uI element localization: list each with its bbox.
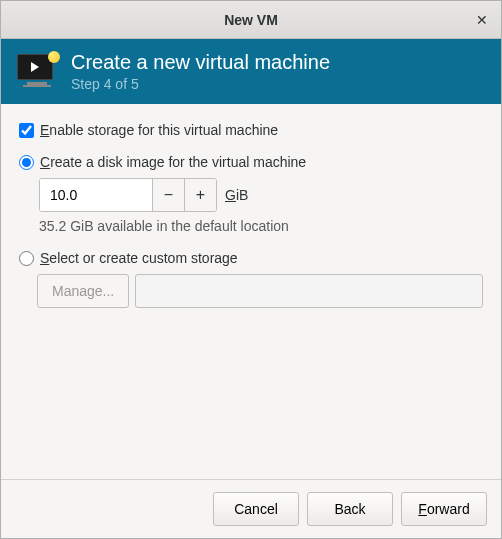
enable-storage-row: Enable storage for this virtual machine — [19, 122, 483, 138]
disk-size-unit: GiB — [225, 187, 248, 203]
header-step: Step 4 of 5 — [71, 76, 330, 92]
create-disk-row: Create a disk image for the virtual mach… — [19, 154, 483, 170]
custom-storage-row: Manage... — [37, 274, 483, 308]
window-title: New VM — [224, 12, 278, 28]
cancel-button[interactable]: Cancel — [213, 492, 299, 526]
spin-plus-button[interactable]: + — [184, 179, 216, 211]
create-disk-radio[interactable] — [19, 155, 34, 170]
select-custom-label[interactable]: Select or create custom storage — [40, 250, 238, 266]
select-custom-row: Select or create custom storage — [19, 250, 483, 266]
titlebar: New VM ✕ — [1, 1, 501, 39]
forward-button[interactable]: Forward — [401, 492, 487, 526]
vm-monitor-icon — [17, 54, 57, 90]
header-title: Create a new virtual machine — [71, 51, 330, 74]
manage-button[interactable]: Manage... — [37, 274, 129, 308]
back-button[interactable]: Back — [307, 492, 393, 526]
disk-size-row: − + GiB — [39, 178, 483, 212]
wizard-header: Create a new virtual machine Step 4 of 5 — [1, 39, 501, 104]
disk-size-input[interactable] — [40, 179, 152, 211]
enable-storage-checkbox[interactable] — [19, 123, 34, 138]
create-disk-label[interactable]: Create a disk image for the virtual mach… — [40, 154, 306, 170]
spin-minus-button[interactable]: − — [152, 179, 184, 211]
close-icon[interactable]: ✕ — [473, 11, 491, 29]
available-space-hint: 35.2 GiB available in the default locati… — [39, 218, 483, 234]
header-text: Create a new virtual machine Step 4 of 5 — [71, 51, 330, 92]
footer-buttons: Cancel Back Forward — [1, 479, 501, 538]
enable-storage-label[interactable]: Enable storage for this virtual machine — [40, 122, 278, 138]
storage-path-input[interactable] — [135, 274, 483, 308]
select-custom-radio[interactable] — [19, 251, 34, 266]
content-area: Enable storage for this virtual machine … — [1, 104, 501, 479]
disk-size-spinbox: − + — [39, 178, 217, 212]
